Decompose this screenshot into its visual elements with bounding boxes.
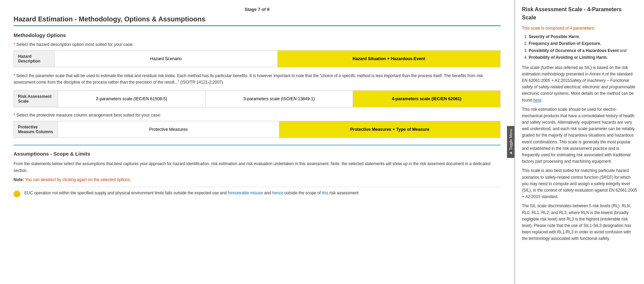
methodology-section-title: Methodology Options bbox=[14, 32, 501, 38]
hazard-description-row: Hazard Description Hazard Scenario Hazar… bbox=[14, 50, 501, 67]
param-4: Probability of Avoiding or Limiting Harm… bbox=[529, 54, 637, 61]
top-divider bbox=[14, 25, 501, 26]
assumptions-section-title: Assumptioons - Scope & Limits bbox=[14, 151, 501, 157]
sidebar-para-4: The SIL scale discriminates between 5 ri… bbox=[522, 203, 637, 242]
risk-scale-row: Risk Assessment Scale 2-parameters scale… bbox=[14, 90, 501, 107]
highlight-hence: hence bbox=[272, 191, 283, 195]
param-3: Possibility of Occurence of a Hazardous … bbox=[529, 47, 637, 54]
2-params-btn[interactable]: 2-parameters scale (IEC/EN 61508-5) bbox=[58, 91, 206, 107]
sidebar: Risk Assessment Scale - 4-Parameters Sca… bbox=[515, 0, 644, 284]
param-1: Severity of Possible Harm, bbox=[529, 33, 637, 40]
page-title: Hazard Estimation - Methodology, Options… bbox=[14, 15, 501, 23]
methodology-section: Methodology Options * Select the hazard … bbox=[14, 32, 501, 138]
sidebar-para-1: The scale (further also referred as SIL)… bbox=[522, 65, 637, 104]
4-params-btn[interactable]: 4-parameters scale (IEC/EN 62061) bbox=[353, 91, 500, 107]
pm-only-btn[interactable]: Protective Measures bbox=[58, 121, 279, 138]
assumption-item-1: EUC operation not within the specified s… bbox=[14, 187, 501, 200]
hazard-scenario-btn[interactable]: Hazard Scenario bbox=[55, 51, 278, 67]
middle-divider bbox=[14, 145, 501, 145]
toggle-menu-btn[interactable]: ► Toggle Menu bbox=[507, 126, 514, 158]
hazard-situation-btn[interactable]: Hazard Situation + Hazardous Event bbox=[278, 51, 501, 67]
assumption-radio-1[interactable] bbox=[14, 191, 20, 197]
assumptions-intro: From the statements below select the ass… bbox=[14, 161, 501, 174]
risk-scale-buttons: 2-parameters scale (IEC/EN 61508-5) 3-pa… bbox=[58, 91, 500, 107]
info-text: * Select the parameter scale that will b… bbox=[14, 73, 501, 86]
sidebar-parameter-list: Severity of Possible Harm, Frequency and… bbox=[529, 33, 637, 61]
pm-type-btn[interactable]: Protective Measures + Type of Measure bbox=[279, 121, 501, 138]
protective-measure-question: * Select the protective measure column a… bbox=[14, 113, 501, 118]
protective-measure-label: Protective Measure Columns bbox=[14, 121, 58, 138]
sidebar-para-2: This risk estimation scale should be use… bbox=[522, 106, 637, 165]
note-keyword: Note: bbox=[14, 177, 24, 182]
assumption-text-1: EUC operation not within the specified s… bbox=[24, 190, 358, 196]
note-content: You can deselect by clicking again on th… bbox=[25, 177, 131, 182]
hazard-description-buttons: Hazard Scenario Hazard Situation + Hazar… bbox=[55, 51, 500, 67]
assumptions-section: Assumptioons - Scope & Limits From the s… bbox=[14, 151, 501, 200]
risk-scale-label: Risk Assessment Scale bbox=[14, 91, 58, 107]
required-star3: * bbox=[14, 113, 16, 118]
hazard-description-label: Hazard Description bbox=[14, 51, 55, 67]
sidebar-wrapper: ► Toggle Menu Risk Assessment Scale - 4-… bbox=[515, 0, 644, 284]
sidebar-title: Risk Assessment Scale - 4-Parameters Sca… bbox=[522, 5, 637, 22]
3-params-btn[interactable]: 3-parameters scale (ISO/EN 13849-1) bbox=[206, 91, 353, 107]
required-star2: * bbox=[14, 73, 16, 78]
main-content: Stage 7 of 9 Hazard Estimation - Methodo… bbox=[0, 0, 515, 284]
param-2: Frequency and Duration of Exposure, bbox=[529, 40, 637, 47]
sidebar-para-3: This scale is also best suited for match… bbox=[522, 167, 637, 200]
sidebar-intro: This scale is composed of 4 parameters: bbox=[522, 25, 637, 31]
sidebar-link[interactable]: here bbox=[533, 98, 541, 103]
hazard-description-question: * Select the hazard description option m… bbox=[14, 42, 501, 47]
note-text: Note: You can deselect by clicking again… bbox=[14, 177, 501, 182]
protective-measure-buttons: Protective Measures Protective Measures … bbox=[58, 121, 500, 138]
highlight-this: this bbox=[322, 191, 328, 195]
protective-measure-row: Protective Measure Columns Protective Me… bbox=[14, 121, 501, 138]
highlight-foreseeable: foreseeable misuse bbox=[228, 191, 263, 195]
stage-label: Stage 7 of 9 bbox=[14, 7, 501, 12]
